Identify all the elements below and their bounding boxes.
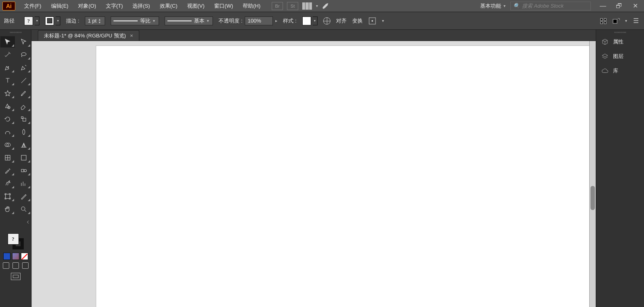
svg-rect-2 — [601, 19, 603, 21]
control-bar-menu-icon[interactable]: ☰ — [632, 17, 640, 25]
line-sample-icon — [167, 21, 192, 21]
color-mode-solid[interactable] — [3, 253, 10, 260]
width-profile-dropdown[interactable]: 等比 ▾ — [111, 16, 159, 25]
svg-rect-5 — [604, 22, 606, 24]
menu-type[interactable]: 文字(T) — [102, 1, 127, 11]
scrollbar-thumb[interactable] — [590, 186, 595, 210]
layers-icon — [601, 52, 609, 60]
toggle-tool[interactable] — [17, 216, 31, 228]
color-mode-none[interactable] — [21, 253, 28, 260]
minimize-button[interactable]: — — [597, 2, 609, 10]
column-graph-tool[interactable] — [17, 178, 31, 189]
paintbrush-tool[interactable] — [17, 88, 31, 99]
gradient-tool[interactable] — [17, 152, 31, 163]
panel-grip[interactable] — [0, 30, 31, 35]
panel-grip[interactable] — [596, 30, 644, 35]
draw-inside[interactable] — [22, 262, 29, 269]
shape-builder-tool[interactable] — [0, 139, 15, 150]
zoom-tool[interactable] — [17, 204, 31, 215]
align-label[interactable]: 对齐 — [336, 17, 347, 25]
transform-proxy-icon[interactable] — [368, 17, 376, 25]
bridge-button[interactable]: Br — [272, 2, 283, 10]
stroke-width-input[interactable]: 1 pt ▲▼ — [85, 16, 105, 25]
selection-kind-label: 路径 — [4, 17, 19, 25]
stock-button[interactable]: St — [287, 2, 298, 10]
type-tool[interactable] — [0, 75, 15, 86]
menu-file[interactable]: 文件(F) — [20, 1, 45, 11]
eraser-tool[interactable] — [17, 101, 31, 112]
menu-object[interactable]: 对象(O) — [74, 1, 100, 11]
menu-window[interactable]: 窗口(W) — [210, 1, 237, 11]
color-mode-gradient[interactable] — [12, 253, 19, 260]
fill-dropdown[interactable]: ▾ — [35, 16, 39, 25]
workspace-switcher[interactable]: 基本功能 ▾ — [477, 1, 509, 11]
line-segment-tool[interactable] — [17, 75, 31, 86]
search-input[interactable]: 🔍 搜索 Adobe Stock — [510, 2, 591, 10]
panel-layers[interactable]: 图层 — [596, 49, 644, 64]
chevron-down-icon: ▾ — [153, 19, 155, 23]
opacity-input[interactable]: 100% — [245, 16, 273, 25]
menu-view[interactable]: 视图(V) — [183, 1, 208, 11]
fill-stroke-indicator[interactable]: ? — [7, 233, 25, 250]
opacity-stepper[interactable]: ▸ — [275, 19, 277, 23]
perspective-grid-tool[interactable] — [17, 139, 31, 150]
graphic-style-dropdown[interactable]: ▾ — [313, 16, 318, 25]
fill-swatch[interactable]: ? — [24, 16, 33, 25]
svg-point-18 — [8, 181, 9, 182]
lasso-tool[interactable] — [17, 49, 31, 60]
panel-libraries[interactable]: 库 — [596, 64, 644, 78]
close-icon[interactable]: × — [130, 33, 133, 39]
shaper-tool[interactable] — [0, 101, 15, 112]
magic-wand-tool[interactable] — [0, 49, 15, 60]
star-tool[interactable] — [0, 88, 15, 99]
menu-help[interactable]: 帮助(H) — [239, 1, 264, 11]
fill-indicator[interactable]: ? — [8, 233, 19, 245]
screen-mode-toggle[interactable] — [11, 273, 21, 280]
artboard-tool[interactable] — [0, 191, 15, 202]
hand-tool[interactable] — [0, 204, 15, 215]
pen-tool[interactable] — [0, 62, 15, 73]
eyedropper-tool[interactable] — [0, 165, 15, 176]
panel-label: 图层 — [613, 53, 623, 60]
transform-label[interactable]: 变换 — [352, 17, 363, 25]
maximize-button[interactable]: 🗗 — [613, 2, 625, 10]
brush-label: 基本 — [194, 17, 204, 25]
menu-effect[interactable]: 效果(C) — [156, 1, 182, 11]
panel-properties[interactable]: 属性 — [596, 35, 644, 49]
stepper-icon[interactable]: ▲▼ — [98, 18, 101, 24]
width-tool[interactable] — [0, 126, 15, 138]
curvature-tool[interactable] — [17, 62, 31, 73]
draw-normal[interactable] — [3, 262, 9, 269]
recolor-artwork-icon[interactable] — [323, 17, 330, 25]
chevron-down-icon: ▾ — [382, 19, 384, 23]
blend-tool[interactable] — [17, 165, 31, 176]
right-dock: 属性 图层 库 — [596, 30, 644, 307]
isolate-icon[interactable] — [612, 17, 620, 25]
svg-rect-15 — [21, 155, 26, 160]
menu-select[interactable]: 选择(S) — [128, 1, 154, 11]
direct-selection-tool[interactable] — [17, 36, 31, 47]
slice-tool[interactable] — [17, 191, 31, 202]
symbol-sprayer-tool[interactable] — [0, 178, 15, 189]
stroke-swatch[interactable] — [45, 16, 54, 25]
pin-icon[interactable] — [599, 17, 607, 25]
close-button[interactable]: ✕ — [629, 2, 642, 10]
stroke-dropdown[interactable]: ▾ — [56, 16, 60, 25]
brush-definition-dropdown[interactable]: 基本 ▾ — [165, 16, 213, 25]
vertical-scrollbar[interactable] — [589, 41, 596, 307]
gpu-rocket-icon[interactable] — [322, 2, 330, 10]
rotate-tool[interactable] — [0, 113, 15, 125]
arrange-documents-button[interactable] — [302, 2, 312, 10]
free-transform-tool[interactable] — [17, 126, 31, 138]
graphic-style-swatch[interactable] — [302, 16, 311, 25]
selection-tool[interactable] — [0, 36, 15, 47]
scale-tool[interactable] — [17, 113, 31, 125]
svg-rect-6 — [613, 19, 617, 23]
draw-behind[interactable] — [12, 262, 19, 269]
menu-edit[interactable]: 编辑(E) — [47, 1, 72, 11]
mesh-tool[interactable] — [0, 152, 15, 163]
document-tab[interactable]: 未标题-1* @ 84% (RGB/GPU 预览) × — [38, 30, 139, 41]
svg-point-1 — [372, 20, 373, 22]
canvas[interactable] — [31, 41, 596, 307]
chevron-down-icon: ▾ — [504, 4, 506, 8]
